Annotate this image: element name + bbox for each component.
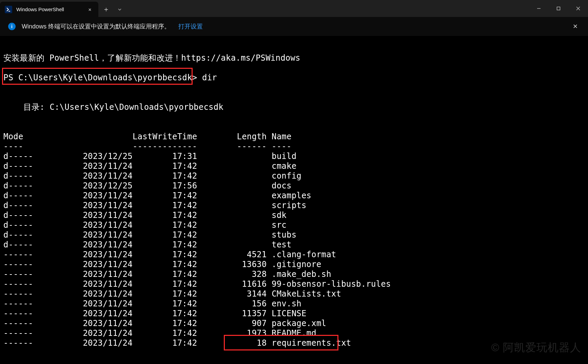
table-row: d----- 2023/11/24 17:42 stubs bbox=[3, 230, 296, 240]
table-row: ------ 2023/11/24 17:42 907 package.xml bbox=[3, 319, 326, 328]
table-row: d----- 2023/11/24 17:42 scripts bbox=[3, 201, 307, 210]
new-tab-button[interactable]: ＋ bbox=[98, 2, 114, 17]
table-header: Mode LastWriteTime Length Name bbox=[3, 132, 292, 141]
table-header-underline: ---- ------------- ------ ---- bbox=[3, 142, 292, 151]
open-settings-link[interactable]: 打开设置 bbox=[178, 22, 203, 31]
info-message: Windows 终端可以在设置中设置为默认终端应用程序。 bbox=[22, 22, 170, 31]
window-close-button[interactable] bbox=[568, 0, 588, 17]
directory-label: 目录: C:\Users\Kyle\Downloads\pyorbbecsdk bbox=[3, 102, 223, 112]
titlebar: Windows PowerShell ✕ ＋ bbox=[0, 0, 588, 17]
terminal-output[interactable]: 安装最新的 PowerShell，了解新功能和改进！https://aka.ms… bbox=[0, 36, 588, 364]
table-row: ------ 2023/11/24 17:42 4521 .clang-form… bbox=[3, 250, 336, 259]
powershell-icon bbox=[5, 6, 12, 13]
table-row: d----- 2023/11/24 17:42 config bbox=[3, 171, 301, 181]
table-row: ------ 2023/11/24 17:42 1973 README.md bbox=[3, 328, 316, 338]
table-row: ------ 2023/11/24 17:42 328 .make_deb.sh bbox=[3, 269, 331, 279]
table-row: d----- 2023/11/24 17:42 src bbox=[3, 220, 287, 230]
intro-line: 安装最新的 PowerShell，了解新功能和改进！https://aka.ms… bbox=[3, 53, 300, 63]
info-close-button[interactable]: ✕ bbox=[570, 22, 580, 31]
tab-title: Windows PowerShell bbox=[16, 6, 82, 12]
tab-close-button[interactable]: ✕ bbox=[86, 6, 94, 13]
table-row: ------ 2023/11/24 17:42 11616 99-obsenso… bbox=[3, 279, 391, 289]
tab-powershell[interactable]: Windows PowerShell ✕ bbox=[0, 2, 98, 17]
table-row: ------ 2023/11/24 17:42 3144 CMakeLists.… bbox=[3, 289, 341, 299]
table-row: d----- 2023/12/25 17:56 docs bbox=[3, 181, 292, 190]
table-row: ------ 2023/11/24 17:42 11357 LICENSE bbox=[3, 309, 307, 318]
table-row: d----- 2023/11/24 17:42 sdk bbox=[3, 210, 287, 220]
command: dir bbox=[202, 73, 217, 82]
table-row: ------ 2023/11/24 17:42 18 requirements.… bbox=[3, 338, 351, 348]
prompt: PS C:\Users\Kyle\Downloads\pyorbbecsdk> bbox=[3, 73, 197, 82]
table-row: ------ 2023/11/24 17:42 13630 .gitignore bbox=[3, 260, 321, 269]
svg-rect-2 bbox=[557, 7, 560, 10]
new-tab-dropdown[interactable] bbox=[114, 2, 125, 17]
table-row: d----- 2023/11/24 17:42 examples bbox=[3, 191, 311, 200]
window-maximize-button[interactable] bbox=[549, 0, 568, 17]
table-row: d----- 2023/11/24 17:42 cmake bbox=[3, 161, 296, 171]
info-bar: i Windows 终端可以在设置中设置为默认终端应用程序。 打开设置 ✕ bbox=[0, 17, 588, 36]
info-icon: i bbox=[8, 23, 16, 30]
table-row: d----- 2023/12/25 17:31 build bbox=[3, 151, 296, 161]
table-row: d----- 2023/11/24 17:42 test bbox=[3, 240, 292, 249]
table-row: ------ 2023/11/24 17:42 156 env.sh bbox=[3, 299, 301, 308]
window-minimize-button[interactable] bbox=[529, 0, 549, 17]
